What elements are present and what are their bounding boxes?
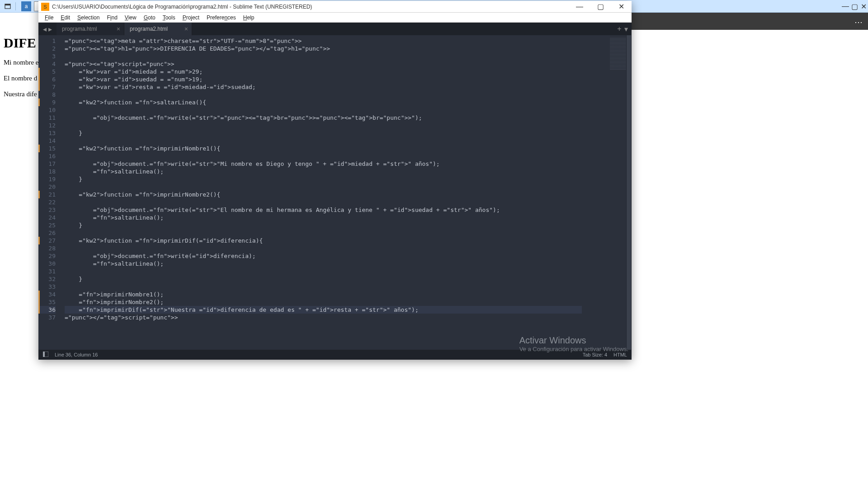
minimap-content <box>610 38 628 70</box>
tab-actions: + ▾ <box>613 23 632 35</box>
page-line-3: Nuestra dife <box>4 90 38 98</box>
page-heading: DIFE <box>4 35 38 51</box>
editor-area: 1234567891011121314151617181920212223242… <box>38 35 632 350</box>
tab-dropdown-icon[interactable]: ▾ <box>624 25 628 33</box>
sublime-window: S C:\Users\USUARIO\Documents\Lógica de P… <box>38 1 632 360</box>
svg-rect-3 <box>43 352 45 357</box>
tab-history-nav[interactable]: ◂ ▸ <box>38 23 57 35</box>
page-line-2: El nombre d <box>4 75 38 82</box>
close-button[interactable]: ✕ <box>611 1 632 13</box>
taskview-icon[interactable] <box>3 1 13 11</box>
new-tab-icon[interactable]: + <box>617 25 621 33</box>
tab-next-icon[interactable]: ▸ <box>48 25 52 33</box>
menu-preferences[interactable]: Preferences <box>203 14 240 22</box>
tab-programa2[interactable]: programa2.html × <box>124 23 192 35</box>
line-gutter[interactable]: 1234567891011121314151617181920212223242… <box>38 35 61 350</box>
tab-programa[interactable]: programa.html × <box>57 23 124 35</box>
menu-file[interactable]: File <box>41 14 57 22</box>
status-syntax[interactable]: HTML <box>613 352 627 357</box>
tab-prev-icon[interactable]: ◂ <box>43 25 47 33</box>
browser-menu-icon[interactable]: ⋯ <box>854 17 863 27</box>
tab-close-icon[interactable]: × <box>184 25 188 33</box>
status-position[interactable]: Line 36, Column 16 <box>55 352 98 357</box>
svg-rect-1 <box>5 4 10 5</box>
vertical-scrollbar[interactable] <box>626 35 632 350</box>
minimap[interactable] <box>582 35 632 350</box>
sublime-titlebar[interactable]: S C:\Users\USUARIO\Documents\Lógica de P… <box>38 1 632 13</box>
windows-activation-watermark: Activar Windows Ve a Configuración para … <box>519 335 628 352</box>
code-editor[interactable]: ="punc"><="tag">meta ="attr">charset=="s… <box>61 35 582 350</box>
os-minimize-button[interactable]: — <box>841 0 850 13</box>
tab-bar: ◂ ▸ programa.html × programa2.html × + ▾ <box>38 23 632 35</box>
os-window-controls: — ▢ ✕ <box>841 0 868 13</box>
menu-goto[interactable]: Goto <box>140 14 159 22</box>
sublime-app-icon: S <box>41 3 49 11</box>
menu-selection[interactable]: Selection <box>74 14 103 22</box>
maximize-button[interactable]: ▢ <box>590 1 611 13</box>
tab-close-icon[interactable]: × <box>117 25 120 33</box>
minimize-button[interactable]: — <box>569 1 590 13</box>
menu-help[interactable]: Help <box>240 14 258 22</box>
tab-label: programa2.html <box>130 26 168 32</box>
sublime-menubar: File Edit Selection Find View Goto Tools… <box>38 13 632 23</box>
os-maximize-button[interactable]: ▢ <box>850 0 859 13</box>
menu-find[interactable]: Find <box>103 14 121 22</box>
sublime-title-text: C:\Users\USUARIO\Documents\Lógica de Pro… <box>52 4 569 10</box>
app-icon-a[interactable]: a <box>21 1 31 11</box>
rendered-page-fragment: DIFE Mi nombre e El nombre d Nuestra dif… <box>0 13 38 361</box>
status-sidebar-icon[interactable] <box>43 352 48 358</box>
menu-edit[interactable]: Edit <box>57 14 74 22</box>
menu-view[interactable]: View <box>121 14 140 22</box>
page-line-1: Mi nombre e <box>4 59 38 66</box>
menu-tools[interactable]: Tools <box>159 14 179 22</box>
menu-project[interactable]: Project <box>179 14 203 22</box>
os-close-button[interactable]: ✕ <box>859 0 868 13</box>
watermark-line2: Ve a Configuración para activar Windows. <box>519 346 628 352</box>
tab-label: programa.html <box>62 26 97 32</box>
status-tabsize[interactable]: Tab Size: 4 <box>583 352 607 357</box>
watermark-line1: Activar Windows <box>519 335 628 346</box>
